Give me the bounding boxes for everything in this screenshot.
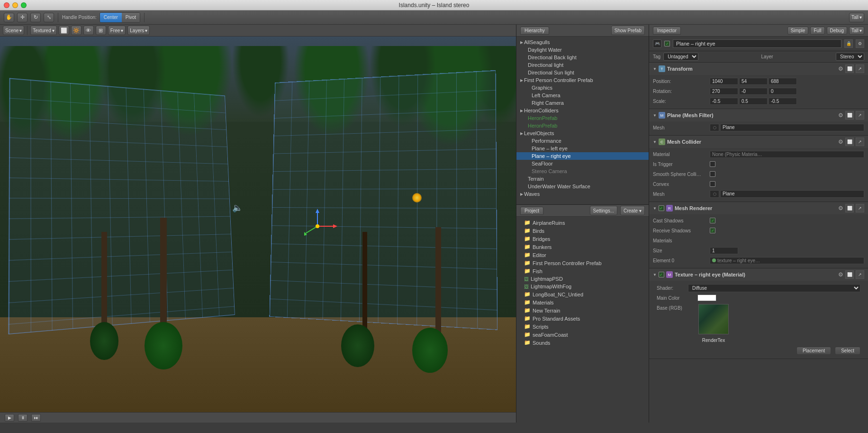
- proj-item-lightmap-psd[interactable]: 🖼LightmapPSD: [516, 275, 649, 283]
- hier-item-terrain[interactable]: Terrain: [516, 175, 649, 183]
- convex-checkbox[interactable]: [710, 181, 715, 187]
- scene-options-3[interactable]: 👁: [83, 26, 94, 35]
- proj-item-pro-standard[interactable]: 📁Pro Standard Assets: [516, 314, 649, 322]
- project-content[interactable]: 📁AirplaneRuins 📁Birds 📁Bridges 📁Bunkers …: [516, 217, 649, 345]
- hier-item-plane-left[interactable]: Plane – left eye: [516, 145, 649, 152]
- maximize-button[interactable]: [21, 2, 27, 8]
- inspector-tall-dropdown[interactable]: Tall ▾: [849, 27, 864, 35]
- hierarchy-content[interactable]: ▶ AllSeagulls Daylight Water Directional…: [516, 37, 649, 200]
- materials-size-field[interactable]: [710, 247, 738, 254]
- scale-z-field[interactable]: [769, 98, 797, 105]
- close-button[interactable]: [4, 2, 9, 8]
- layers-dropdown[interactable]: Layers ▾: [127, 26, 150, 35]
- proj-item-bridges[interactable]: 📁Bridges: [516, 235, 649, 243]
- cast-shadows-checkbox[interactable]: ✓: [710, 218, 715, 223]
- proj-item-bunkers[interactable]: 📁Bunkers: [516, 243, 649, 251]
- hier-item-stereo-camera[interactable]: Stereo Camera: [516, 167, 649, 175]
- mesh-renderer-header[interactable]: ▼ ✓ R Mesh Renderer ⚙ ⬜ ↗: [649, 202, 868, 214]
- transform-lock-button[interactable]: ⬜: [845, 64, 854, 73]
- debug-button[interactable]: Debug: [827, 27, 847, 35]
- transform-ref-button[interactable]: ↗: [856, 64, 864, 73]
- proj-item-sounds[interactable]: 📁Sounds: [516, 339, 649, 345]
- material-ref[interactable]: ↗: [856, 270, 864, 279]
- select-button[interactable]: Select: [835, 347, 860, 355]
- hand-tool-button[interactable]: ✋: [4, 13, 14, 22]
- mesh-collider-lock[interactable]: ⬜: [845, 138, 854, 146]
- move-tool-button[interactable]: ✛: [17, 13, 27, 22]
- receive-shadows-checkbox[interactable]: ✓: [710, 228, 715, 233]
- free-dropdown[interactable]: Free ▾: [108, 26, 126, 35]
- proj-item-fpc[interactable]: 📁First Person Controller Prefab: [516, 259, 649, 267]
- hier-item-performance[interactable]: Performance: [516, 137, 649, 145]
- step-button[interactable]: ⏭: [31, 414, 41, 422]
- rot-y-field[interactable]: [739, 88, 768, 95]
- full-button[interactable]: Full: [810, 27, 824, 35]
- mesh-filter-lock-button[interactable]: ⬜: [845, 111, 854, 120]
- collider-mesh-field[interactable]: Plane: [720, 190, 864, 198]
- hier-item-heron-prefab-1[interactable]: HeronPrefab: [516, 114, 649, 122]
- textured-dropdown[interactable]: Textured ▾: [30, 26, 56, 35]
- scene-options-1[interactable]: ⬜: [59, 26, 69, 35]
- scene-options-4[interactable]: ⊞: [96, 26, 106, 35]
- mesh-filter-header[interactable]: ▼ M Plane (Mesh Filter) ⚙ ⬜ ↗: [649, 109, 868, 121]
- mesh-filter-ref-button[interactable]: ↗: [856, 111, 864, 120]
- proj-item-seafoam[interactable]: 📁seaFoamCoast: [516, 331, 649, 339]
- pause-button[interactable]: ⏸: [18, 414, 27, 422]
- create-button[interactable]: Create ▾: [620, 206, 645, 215]
- play-button[interactable]: ▶: [5, 414, 14, 422]
- proj-item-materials[interactable]: 📁Materials: [516, 298, 649, 306]
- inspector-tab[interactable]: Inspector: [653, 27, 681, 35]
- hier-item-seafloor[interactable]: SeaFloor: [516, 160, 649, 167]
- mesh-renderer-gear-icon[interactable]: ⚙: [838, 205, 843, 212]
- project-tab[interactable]: Project: [520, 207, 543, 215]
- object-active-toggle[interactable]: ✓: [664, 41, 670, 46]
- material-toggle[interactable]: ✓: [659, 272, 664, 277]
- main-color-swatch[interactable]: [697, 295, 716, 301]
- transform-header[interactable]: ▼ T Transform ⚙ ⬜ ↗: [649, 63, 868, 75]
- proj-item-fish[interactable]: 📁Fish: [516, 267, 649, 275]
- rot-z-field[interactable]: [769, 88, 797, 95]
- mesh-ref-field[interactable]: Plane: [720, 124, 864, 131]
- options-button[interactable]: ⚙: [856, 39, 864, 48]
- proj-item-scripts[interactable]: 📁Scripts: [516, 322, 649, 331]
- pos-z-field[interactable]: [769, 78, 797, 85]
- scale-y-field[interactable]: [739, 98, 768, 105]
- hier-item-right-camera[interactable]: Right Camera: [516, 99, 649, 107]
- pos-y-field[interactable]: [739, 78, 768, 85]
- proj-item-editor[interactable]: 📁Editor: [516, 251, 649, 259]
- hier-item-directional-light[interactable]: Directional light: [516, 61, 649, 69]
- minimize-button[interactable]: [12, 2, 18, 8]
- proj-item-lightmap-fog[interactable]: 🖼LightmapWithFog: [516, 283, 649, 290]
- proj-item-longboat[interactable]: 📁LongBoat_NC_Untied: [516, 290, 649, 298]
- pivot-button[interactable]: Pivot: [122, 13, 140, 22]
- scene-tab-dropdown[interactable]: Scene ▾: [3, 26, 24, 35]
- hier-item-level-objects[interactable]: ▶ LevelObjects: [516, 129, 649, 137]
- scene-canvas[interactable]: 🔈: [0, 37, 516, 412]
- hier-item-plane-right[interactable]: Plane – right eye: [516, 152, 649, 160]
- shader-dropdown[interactable]: Diffuse: [688, 284, 860, 292]
- hier-item-left-camera[interactable]: Left Camera: [516, 92, 649, 99]
- is-trigger-checkbox[interactable]: [710, 161, 715, 167]
- hier-item-directional-back[interactable]: Directional Back light: [516, 54, 649, 61]
- scale-tool-button[interactable]: ⤡: [44, 13, 54, 22]
- hier-item-heron-prefab-2[interactable]: HeronPrefab: [516, 122, 649, 129]
- hier-item-waves[interactable]: ▶ Waves: [516, 190, 649, 198]
- simple-button[interactable]: Simple: [787, 27, 809, 35]
- hier-item-directional-sun[interactable]: Directional Sun light: [516, 69, 649, 76]
- scale-x-field[interactable]: [710, 98, 738, 105]
- tall-dropdown[interactable]: Tall ▾: [849, 13, 864, 22]
- pos-x-field[interactable]: [710, 78, 738, 85]
- center-button[interactable]: Center: [100, 13, 122, 22]
- hier-item-fpcp[interactable]: ▶ First Person Controller Prefab: [516, 76, 649, 84]
- lock-button[interactable]: 🔒: [844, 39, 853, 48]
- smooth-sphere-checkbox[interactable]: [710, 171, 715, 177]
- rotate-tool-button[interactable]: ↻: [30, 13, 41, 22]
- material-header[interactable]: ▼ ✓ M Texture – right eye (Material) ⚙ ⬜…: [649, 268, 868, 281]
- hier-item-heron-colliders[interactable]: ▶ HeronColliders: [516, 107, 649, 114]
- rot-x-field[interactable]: [710, 88, 738, 95]
- hier-item-allseagulls[interactable]: ▶ AllSeagulls: [516, 38, 649, 46]
- scene-options-2[interactable]: 🔆: [71, 26, 81, 35]
- mesh-collider-ref[interactable]: ↗: [856, 138, 864, 146]
- material-lock[interactable]: ⬜: [845, 270, 854, 279]
- placement-button[interactable]: Placement: [796, 347, 831, 355]
